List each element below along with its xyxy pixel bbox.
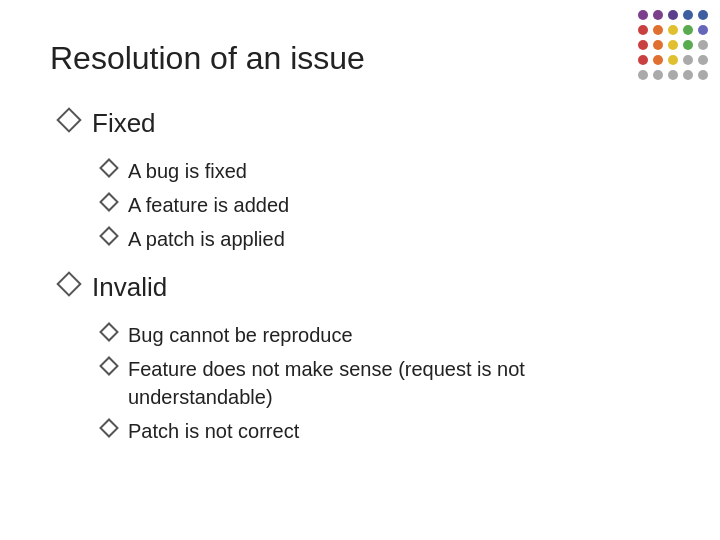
decoration-dot [638,40,648,50]
decoration-dot [638,10,648,20]
bullet-invalid [56,271,81,296]
decoration-dot [653,25,663,35]
decoration-dot [653,10,663,20]
decoration-dot [668,55,678,65]
sub-items-invalid: Bug cannot be reproduceFeature does not … [60,321,670,445]
decoration-dot [698,25,708,35]
decoration-dot [683,55,693,65]
sub-bullet-icon [99,356,119,376]
decoration-dot [653,55,663,65]
section-invalid: Invalid [60,271,670,305]
sub-bullet-icon [99,418,119,438]
slide-content: FixedA bug is fixedA feature is addedA p… [50,107,670,445]
list-item: A bug is fixed [102,157,670,185]
decoration-dot [668,10,678,20]
slide: Resolution of an issue FixedA bug is fix… [0,0,720,540]
decoration-dot [683,10,693,20]
decoration-dot [698,70,708,80]
decoration-dot [668,40,678,50]
bullet-fixed [56,107,81,132]
list-item-text: Patch is not correct [128,417,299,445]
list-item: A feature is added [102,191,670,219]
list-item-text: A feature is added [128,191,289,219]
decoration-dot [668,70,678,80]
decoration-dot [668,25,678,35]
list-item-text: A patch is applied [128,225,285,253]
decoration-dot [653,40,663,50]
decoration-dot [638,55,648,65]
sub-items-fixed: A bug is fixedA feature is addedA patch … [60,157,670,253]
sub-bullet-icon [99,226,119,246]
list-item: Patch is not correct [102,417,670,445]
list-item-text: Feature does not make sense (request is … [128,355,670,411]
sub-bullet-icon [99,192,119,212]
decoration-dot [683,70,693,80]
sub-bullet-icon [99,322,119,342]
decoration-dot [683,40,693,50]
decoration-dot [653,70,663,80]
list-item: A patch is applied [102,225,670,253]
list-item-text: Bug cannot be reproduce [128,321,353,349]
section-label-invalid: Invalid [92,271,167,305]
decoration-dot [638,25,648,35]
decoration-dot [698,55,708,65]
sub-bullet-icon [99,158,119,178]
list-item: Feature does not make sense (request is … [102,355,670,411]
section-fixed: Fixed [60,107,670,141]
decoration-dot [638,70,648,80]
section-label-fixed: Fixed [92,107,156,141]
decoration-dot [698,10,708,20]
list-item-text: A bug is fixed [128,157,247,185]
decoration-dot [698,40,708,50]
slide-title: Resolution of an issue [50,40,670,77]
decoration-dot [683,25,693,35]
dot-grid-decoration [638,10,710,82]
list-item: Bug cannot be reproduce [102,321,670,349]
